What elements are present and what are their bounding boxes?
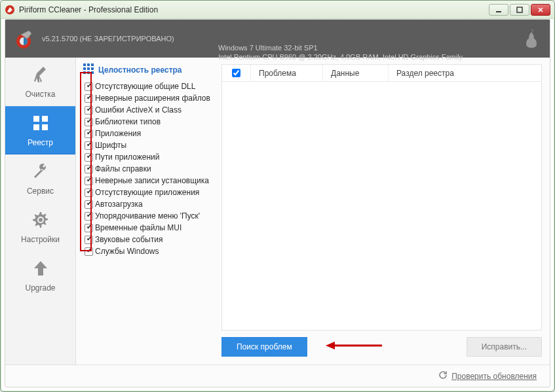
registry-checkbox[interactable]	[85, 82, 93, 91]
registry-item-label: Неверные записи установщика	[95, 175, 210, 187]
fix-button[interactable]: Исправить...	[467, 337, 542, 357]
results-table: Проблема Данные Раздел реестра	[221, 64, 542, 330]
svg-rect-7	[33, 124, 39, 130]
registry-item-label: Отсутствующие общие DLL	[95, 80, 210, 92]
registry-checkbox[interactable]	[85, 153, 93, 162]
registry-checkbox[interactable]	[85, 224, 93, 232]
app-window: Piriform CCleaner - Professional Edition…	[0, 0, 555, 392]
registry-checkbox[interactable]	[85, 177, 93, 185]
arrow-annotation-icon	[324, 340, 383, 354]
sidebar-item-registry[interactable]: Реестр	[5, 106, 75, 154]
minimize-button[interactable]	[489, 4, 508, 16]
svg-rect-16	[87, 71, 90, 74]
svg-rect-9	[83, 63, 86, 66]
registry-item-label: Файлы справки	[95, 163, 210, 175]
registry-item-label: Звуковые события	[95, 234, 210, 245]
sidebar-item-options[interactable]: Настройки	[5, 203, 75, 251]
hardware-info: Intel Pentium CPU B960 @ 2.20GHz, 4,0GB …	[218, 52, 463, 62]
svg-rect-13	[87, 67, 90, 70]
registry-item-label: Отсутствующие приложения	[95, 187, 210, 198]
sidebar-label: Очистка	[26, 90, 56, 99]
pear-icon	[522, 28, 541, 49]
sidebar-label: Реестр	[28, 138, 53, 147]
svg-rect-15	[83, 71, 86, 74]
sidebar-label: Сервис	[27, 187, 54, 196]
registry-item-label: Ошибки ActiveX и Class	[95, 104, 210, 116]
svg-rect-5	[33, 116, 39, 122]
registry-checkbox[interactable]	[85, 130, 93, 138]
registry-options-panel: Целостность реестра Отсутствующие общие …	[76, 58, 221, 365]
sidebar-item-upgrade[interactable]: Upgrade	[5, 251, 75, 300]
registry-item-label: Службы Windows	[95, 245, 210, 257]
registry-checkbox[interactable]	[85, 236, 93, 244]
svg-rect-12	[83, 67, 86, 70]
registry-item-label: Временные файлы MUI	[95, 222, 210, 234]
arrow-up-icon	[31, 259, 50, 279]
registry-item-label: Автозагрузка	[95, 198, 210, 210]
wrench-icon	[31, 162, 50, 183]
sidebar: Очистка Реестр Сервис Настройки Upgrade	[5, 58, 76, 365]
sidebar-item-tools[interactable]: Сервис	[5, 154, 75, 203]
svg-rect-17	[91, 71, 94, 74]
window-title: Piriform CCleaner - Professional Edition	[19, 5, 489, 14]
app-header: v5.21.5700 (НЕ ЗАРЕГИСТРИРОВАНО) Windows…	[5, 20, 550, 58]
registry-checkbox[interactable]	[85, 141, 93, 150]
registry-checkbox[interactable]	[85, 200, 93, 209]
svg-rect-10	[87, 63, 90, 66]
registry-checkbox[interactable]	[85, 118, 93, 126]
version-text: v5.21.5700 (НЕ ЗАРЕГИСТРИРОВАНО)	[42, 35, 522, 43]
sidebar-item-cleanup[interactable]: Очистка	[5, 58, 75, 106]
check-updates-link[interactable]: Проверить обновления	[451, 372, 537, 381]
col-problem[interactable]: Проблема	[251, 65, 323, 81]
results-panel: Проблема Данные Раздел реестра Поиск про…	[221, 58, 550, 365]
section-title: Целостность реестра	[83, 63, 216, 77]
registry-item-label: Неверные расширения файлов	[95, 92, 210, 104]
sidebar-label: Настройки	[21, 235, 60, 244]
scan-button[interactable]: Поиск проблем	[221, 337, 307, 357]
refresh-icon	[438, 370, 448, 382]
registry-checkbox[interactable]	[85, 188, 93, 197]
sidebar-label: Upgrade	[25, 283, 55, 293]
registry-item-label: Библиотеки типов	[95, 116, 210, 128]
registry-item-label: Шрифты	[95, 139, 210, 151]
select-all-cell[interactable]	[222, 65, 251, 81]
registry-checkbox[interactable]	[85, 247, 93, 256]
svg-rect-6	[42, 116, 48, 122]
broom-icon	[31, 65, 50, 86]
col-registry[interactable]: Раздел реестра	[389, 65, 541, 81]
svg-rect-1	[496, 11, 501, 12]
grid-small-icon	[83, 63, 94, 77]
app-inner: v5.21.5700 (НЕ ЗАРЕГИСТРИРОВАНО) Windows…	[5, 19, 550, 387]
registry-checkbox[interactable]	[85, 106, 93, 115]
select-all-checkbox[interactable]	[232, 69, 240, 77]
maximize-button[interactable]	[510, 4, 529, 16]
footer: Проверить обновления	[5, 365, 550, 387]
col-data[interactable]: Данные	[323, 65, 389, 81]
gear-icon	[31, 211, 50, 231]
titlebar[interactable]: Piriform CCleaner - Professional Edition	[1, 1, 554, 19]
app-favicon	[5, 5, 15, 15]
close-button[interactable]	[531, 4, 550, 16]
registry-item-label: Приложения	[95, 128, 210, 139]
svg-rect-8	[42, 124, 48, 130]
registry-item-label: Пути приложений	[95, 151, 210, 163]
svg-rect-14	[91, 67, 94, 70]
registry-checkbox[interactable]	[85, 94, 93, 103]
registry-item-label: Упорядочивание меню 'Пуск'	[95, 210, 210, 222]
os-info: Windows 7 Ultimate 32-bit SP1	[218, 43, 463, 52]
svg-rect-11	[91, 63, 94, 66]
grid-icon	[31, 114, 50, 134]
svg-rect-2	[517, 7, 522, 12]
registry-checkbox[interactable]	[85, 212, 93, 221]
registry-checkbox[interactable]	[85, 165, 93, 173]
table-header: Проблема Данные Раздел реестра	[222, 65, 541, 82]
ccleaner-logo-icon	[14, 28, 35, 49]
